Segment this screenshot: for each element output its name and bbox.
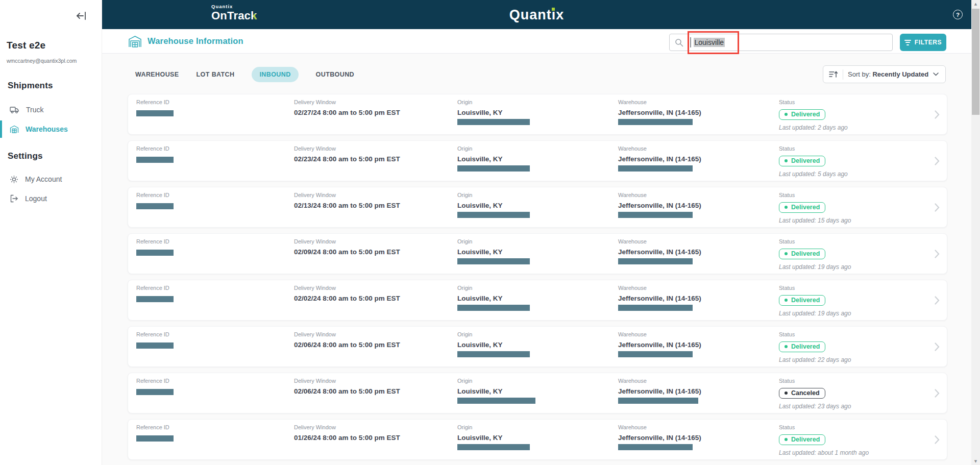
last-updated: Last updated: 15 days ago bbox=[779, 217, 851, 224]
warehouse-value: Jeffersonville, IN (14-165) bbox=[618, 387, 701, 395]
warehouse-label: Warehouse bbox=[618, 238, 701, 244]
status-dot-icon bbox=[785, 206, 788, 209]
origin-label: Origin bbox=[457, 192, 530, 198]
chevron-right-icon[interactable] bbox=[935, 389, 940, 398]
warehouse-value: Jeffersonville, IN (14-165) bbox=[618, 434, 701, 442]
chevron-right-icon[interactable] bbox=[935, 203, 940, 212]
shipment-row[interactable]: Reference ID Delivery Window 01/26/24 8:… bbox=[128, 419, 947, 460]
tabs: WAREHOUSE LOT BATCH INBOUND OUTBOUND bbox=[135, 66, 354, 83]
chevron-right-icon[interactable] bbox=[935, 435, 940, 444]
vertical-scrollbar: ▲ ▼ bbox=[971, 0, 980, 465]
status-dot-icon bbox=[785, 113, 788, 116]
help-icon[interactable]: ? bbox=[953, 10, 963, 19]
last-updated: Last updated: 2 days ago bbox=[779, 124, 848, 131]
sort-dropdown[interactable]: Sort by: Recently Updated bbox=[823, 65, 946, 83]
warehouse-label: Warehouse bbox=[618, 331, 701, 337]
redacted-origin-detail bbox=[457, 444, 530, 450]
sort-value: Recently Updated bbox=[872, 70, 928, 78]
last-updated: Last updated: 19 days ago bbox=[779, 310, 851, 317]
collapse-sidebar-icon[interactable] bbox=[76, 11, 90, 21]
chevron-right-icon[interactable] bbox=[935, 250, 940, 258]
shipment-row[interactable]: Reference ID Delivery Window 02/02/24 8:… bbox=[128, 280, 947, 321]
origin-label: Origin bbox=[457, 331, 530, 337]
redacted-origin-detail bbox=[457, 258, 530, 264]
redacted-origin-detail bbox=[457, 212, 530, 218]
filters-button[interactable]: FILTERS bbox=[900, 34, 946, 51]
reference-id-label: Reference ID bbox=[136, 145, 174, 152]
tab-lot-batch[interactable]: LOT BATCH bbox=[197, 67, 235, 82]
chevron-right-icon[interactable] bbox=[935, 157, 940, 165]
user-email: wmccartney@quantix3pl.com bbox=[7, 58, 77, 64]
settings-heading: Settings bbox=[8, 151, 43, 161]
redacted-reference-id bbox=[136, 250, 174, 256]
warehouse-value: Jeffersonville, IN (14-165) bbox=[618, 341, 701, 349]
shipment-row[interactable]: Reference ID Delivery Window 02/06/24 8:… bbox=[128, 326, 947, 367]
tab-inbound[interactable]: INBOUND bbox=[252, 67, 298, 82]
sidebar-item-label: Warehouses bbox=[26, 125, 68, 133]
origin-value: Louisville, KY bbox=[457, 341, 530, 349]
user-name: Test e2e bbox=[7, 40, 45, 51]
sidebar-item-my-account[interactable]: My Account bbox=[0, 169, 102, 189]
warehouse-label: Warehouse bbox=[618, 192, 701, 198]
status-label: Status bbox=[779, 285, 851, 291]
delivery-window-label: Delivery Window bbox=[294, 238, 400, 244]
sidebar-item-truck[interactable]: Truck bbox=[0, 100, 102, 119]
reference-id-label: Reference ID bbox=[136, 192, 174, 198]
shipment-row[interactable]: Reference ID Delivery Window 02/13/24 8:… bbox=[128, 187, 947, 228]
scrollbar-down-arrow[interactable]: ▼ bbox=[971, 457, 980, 465]
origin-value: Louisville, KY bbox=[457, 295, 530, 302]
chevron-down-icon bbox=[933, 72, 939, 76]
chevron-right-icon[interactable] bbox=[935, 296, 940, 305]
status-label: Status bbox=[779, 238, 851, 244]
title-strip: Warehouse Information Louisville FILTERS bbox=[102, 29, 971, 54]
reference-id-label: Reference ID bbox=[136, 99, 174, 105]
logout-icon bbox=[10, 194, 18, 203]
sort-icon bbox=[829, 70, 838, 78]
shipment-row[interactable]: Reference ID Delivery Window 02/23/24 8:… bbox=[128, 140, 947, 181]
sidebar-item-logout[interactable]: Logout bbox=[0, 189, 102, 208]
origin-value: Louisville, KY bbox=[457, 248, 530, 256]
status-dot-icon bbox=[785, 438, 788, 441]
sidebar-item-warehouses[interactable]: Warehouses bbox=[0, 119, 102, 139]
chevron-right-icon[interactable] bbox=[935, 342, 940, 351]
warehouse-value: Jeffersonville, IN (14-165) bbox=[618, 109, 701, 116]
active-indicator bbox=[0, 120, 2, 138]
scrollbar-up-arrow[interactable]: ▲ bbox=[971, 0, 980, 8]
warehouse-icon bbox=[10, 125, 19, 133]
shipment-row[interactable]: Reference ID Delivery Window 02/09/24 8:… bbox=[128, 233, 947, 274]
scrollbar-thumb[interactable] bbox=[972, 9, 979, 115]
origin-value: Louisville, KY bbox=[457, 155, 530, 163]
delivery-window-label: Delivery Window bbox=[294, 378, 400, 384]
reference-id-label: Reference ID bbox=[136, 238, 174, 244]
delivery-window-value: 02/02/24 8:00 am to 5:00 pm EST bbox=[294, 295, 400, 302]
shipment-row[interactable]: Reference ID Delivery Window 02/27/24 8:… bbox=[128, 94, 947, 135]
origin-label: Origin bbox=[457, 145, 530, 152]
status-badge: Delivered bbox=[779, 434, 825, 445]
status-dot-icon bbox=[785, 159, 788, 162]
shipment-row[interactable]: Reference ID Delivery Window 02/06/24 8:… bbox=[128, 373, 947, 413]
redacted-reference-id bbox=[136, 389, 174, 395]
redacted-warehouse-detail bbox=[618, 444, 693, 450]
redacted-origin-detail bbox=[457, 165, 530, 172]
delivery-window-value: 02/27/24 8:00 am to 5:00 pm EST bbox=[294, 109, 400, 116]
redacted-origin-detail bbox=[457, 351, 530, 357]
redacted-origin-detail bbox=[457, 398, 535, 404]
chevron-right-icon[interactable] bbox=[935, 110, 940, 119]
last-updated: Last updated: 19 days ago bbox=[779, 263, 851, 271]
status-label: Status bbox=[779, 424, 869, 430]
search-icon bbox=[675, 38, 683, 47]
delivery-window-value: 02/23/24 8:00 am to 5:00 pm EST bbox=[294, 155, 400, 163]
delivery-window-label: Delivery Window bbox=[294, 285, 400, 291]
search-input[interactable]: Louisville bbox=[669, 34, 893, 51]
warehouse-label: Warehouse bbox=[618, 378, 701, 384]
warehouse-label: Warehouse bbox=[618, 285, 701, 291]
status-badge: Delivered bbox=[779, 156, 825, 166]
logo-i-dot bbox=[552, 8, 555, 11]
redacted-warehouse-detail bbox=[618, 165, 693, 172]
warehouse-value: Jeffersonville, IN (14-165) bbox=[618, 295, 701, 302]
status-badge: Delivered bbox=[779, 249, 825, 259]
warehouse-label: Warehouse bbox=[618, 99, 701, 105]
sidebar: Test e2e wmccartney@quantix3pl.com Shipm… bbox=[0, 0, 102, 465]
tab-outbound[interactable]: OUTBOUND bbox=[316, 67, 354, 82]
tab-warehouse[interactable]: WAREHOUSE bbox=[135, 67, 179, 82]
